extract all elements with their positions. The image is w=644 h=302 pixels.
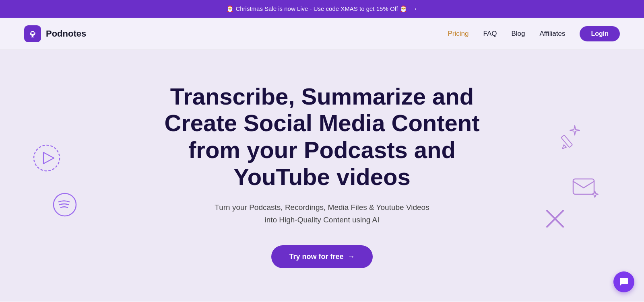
navbar: Podnotes Pricing FAQ Blog Affiliates Log… [0, 18, 644, 50]
svg-point-5 [54, 193, 76, 216]
hero-content: Transcribe, Summarize and Create Social … [141, 83, 503, 269]
hero-title: Transcribe, Summarize and Create Social … [141, 83, 503, 191]
nav-pricing[interactable]: Pricing [448, 30, 469, 38]
cta-label: Try now for free [289, 253, 343, 261]
login-button[interactable]: Login [580, 26, 620, 41]
hero-section: Transcribe, Summarize and Create Social … [0, 50, 644, 302]
logo[interactable]: Podnotes [24, 25, 86, 42]
svg-rect-7 [573, 179, 594, 194]
nav-affiliates[interactable]: Affiliates [540, 30, 566, 38]
logo-text: Podnotes [46, 29, 86, 39]
try-now-button[interactable]: Try now for free → [271, 245, 372, 268]
nav-faq[interactable]: FAQ [483, 30, 497, 38]
email-icon [572, 176, 600, 201]
top-banner: 🎅 Christmas Sale is now Live - Use code … [0, 0, 644, 18]
banner-arrow[interactable]: → [411, 5, 418, 13]
spotify-icon [52, 192, 77, 219]
svg-rect-6 [561, 135, 572, 148]
nav-links: Pricing FAQ Blog Affiliates Login [448, 26, 620, 41]
logo-icon [24, 25, 41, 42]
nav-blog[interactable]: Blog [511, 30, 525, 38]
svg-point-3 [34, 145, 60, 171]
x-twitter-icon [545, 208, 566, 231]
sparkle-pencil-icon [551, 121, 584, 155]
svg-marker-4 [43, 152, 54, 164]
svg-point-0 [31, 31, 34, 35]
banner-text: 🎅 Christmas Sale is now Live - Use code … [226, 5, 407, 12]
hero-subtitle: Turn your Podcasts, Recordings, Media Fi… [141, 201, 503, 226]
chat-bubble[interactable] [613, 271, 634, 292]
cta-arrow: → [348, 253, 355, 261]
play-circle-icon [32, 144, 61, 174]
